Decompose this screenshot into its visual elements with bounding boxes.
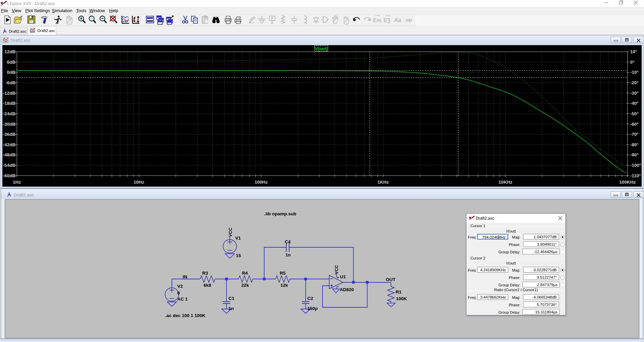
svg-text:10°: 10° [630, 49, 637, 54]
svg-text:V1: V1 [235, 236, 241, 241]
svg-text:-18dB: -18dB [3, 101, 16, 106]
svg-text:R5: R5 [280, 271, 286, 276]
svg-text:-70°: -70° [630, 132, 639, 137]
svg-text:IN: IN [183, 274, 187, 279]
svg-text:6k8: 6k8 [204, 283, 211, 288]
svg-text:U1: U1 [340, 274, 346, 279]
svg-text:12dB: 12dB [4, 49, 16, 54]
svg-text:0°: 0° [630, 60, 635, 65]
svg-text:V2: V2 [177, 284, 183, 289]
svg-text:VCC: VCC [228, 227, 233, 237]
svg-text:-36dB: -36dB [3, 132, 16, 137]
svg-text:100KHz: 100KHz [619, 180, 636, 185]
svg-text:C2: C2 [307, 296, 313, 301]
svg-text:10Hz: 10Hz [133, 180, 144, 185]
svg-text:Em: Em [373, 18, 381, 23]
svg-text:.op: .op [404, 17, 412, 23]
svg-text:1Hz: 1Hz [13, 180, 21, 185]
svg-text:22k: 22k [241, 283, 249, 288]
svg-text:1n: 1n [228, 306, 234, 311]
svg-text:V(out): V(out) [315, 46, 328, 51]
svg-text:VCC: VCC [334, 265, 339, 274]
svg-text:AC 1: AC 1 [177, 297, 188, 302]
svg-text:150p: 150p [307, 306, 318, 311]
svg-text:-10°: -10° [630, 70, 639, 75]
svg-text:EƷ: EƷ [384, 18, 391, 23]
svg-text:-100°: -100° [630, 163, 641, 168]
svg-text:-50°: -50° [630, 111, 639, 116]
svg-text:R1: R1 [396, 289, 402, 294]
svg-text:OUT: OUT [386, 277, 396, 282]
svg-text:10KHz: 10KHz [498, 180, 513, 185]
svg-text:100Hz: 100Hz [254, 180, 268, 185]
svg-text:.lib opamp.sub: .lib opamp.sub [264, 211, 296, 216]
svg-text:-60°: -60° [630, 122, 639, 127]
svg-text:R4: R4 [242, 271, 248, 276]
svg-text:.ac dec 100 1 100K: .ac dec 100 1 100K [165, 313, 206, 318]
svg-text:1KHz: 1KHz [377, 180, 389, 185]
svg-text:-110°: -110° [630, 173, 641, 178]
svg-text:AD820: AD820 [340, 287, 354, 292]
svg-text:-12dB: -12dB [3, 91, 16, 96]
svg-text:-54dB: -54dB [3, 163, 16, 168]
svg-text:-80°: -80° [630, 142, 639, 147]
svg-text:-30dB: -30dB [3, 122, 16, 127]
svg-text:-60dB: -60dB [3, 173, 16, 178]
svg-text:-24dB: -24dB [3, 111, 16, 116]
svg-text:-30°: -30° [630, 91, 639, 96]
svg-text:C1: C1 [228, 296, 235, 301]
svg-text:12k: 12k [280, 283, 288, 288]
svg-text:-20°: -20° [630, 80, 639, 85]
svg-text:0: 0 [177, 290, 180, 296]
svg-text:-90°: -90° [630, 152, 639, 157]
svg-text:C4: C4 [285, 239, 291, 244]
svg-text:Aa: Aa [394, 17, 401, 23]
svg-text:A: A [271, 16, 274, 20]
svg-text:-6dB: -6dB [5, 80, 16, 85]
svg-text:1n: 1n [285, 252, 291, 257]
svg-text:-40°: -40° [630, 101, 639, 106]
svg-text:-48dB: -48dB [3, 152, 16, 157]
svg-text:0dB: 0dB [7, 70, 16, 75]
svg-text:R3: R3 [202, 271, 208, 276]
svg-text:6dB: 6dB [7, 60, 16, 65]
svg-text:100K: 100K [396, 296, 407, 301]
svg-text:15: 15 [236, 253, 241, 258]
svg-text:-42dB: -42dB [3, 142, 16, 147]
